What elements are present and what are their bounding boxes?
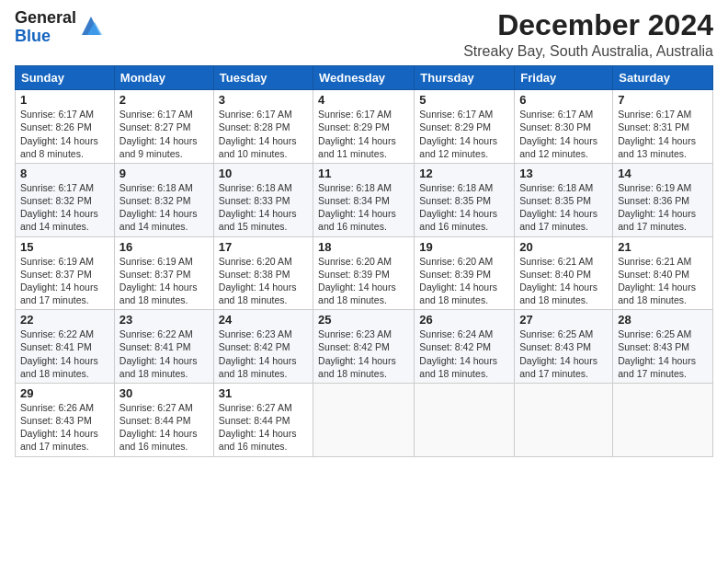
day-number: 12 — [419, 167, 509, 180]
day-info: Sunrise: 6:27 AM Sunset: 8:44 PM Dayligh… — [119, 401, 209, 454]
day-number: 26 — [419, 313, 509, 327]
calendar-header-monday: Monday — [114, 66, 213, 90]
day-number: 10 — [219, 167, 308, 180]
calendar-cell: 29Sunrise: 6:26 AM Sunset: 8:43 PM Dayli… — [16, 383, 115, 456]
calendar-cell — [515, 383, 613, 456]
day-number: 18 — [318, 240, 409, 254]
location-title: Streaky Bay, South Australia, Australia — [463, 43, 713, 60]
day-number: 23 — [119, 313, 209, 327]
calendar-cell: 23Sunrise: 6:22 AM Sunset: 8:41 PM Dayli… — [114, 310, 213, 384]
day-info: Sunrise: 6:19 AM Sunset: 8:37 PM Dayligh… — [119, 255, 209, 307]
logo-general: General — [15, 9, 76, 28]
day-info: Sunrise: 6:22 AM Sunset: 8:41 PM Dayligh… — [119, 327, 209, 380]
calendar-week-row: 1Sunrise: 6:17 AM Sunset: 8:26 PM Daylig… — [16, 90, 713, 164]
day-number: 29 — [20, 386, 109, 400]
logo-icon — [78, 13, 104, 39]
calendar-table: SundayMondayTuesdayWednesdayThursdayFrid… — [15, 65, 713, 456]
day-info: Sunrise: 6:21 AM Sunset: 8:40 PM Dayligh… — [519, 255, 608, 307]
calendar-cell: 14Sunrise: 6:19 AM Sunset: 8:36 PM Dayli… — [613, 163, 713, 236]
calendar-cell: 6Sunrise: 6:17 AM Sunset: 8:30 PM Daylig… — [515, 90, 613, 164]
logo-text: General Blue — [15, 9, 76, 46]
day-info: Sunrise: 6:17 AM Sunset: 8:31 PM Dayligh… — [618, 108, 708, 160]
day-number: 14 — [618, 167, 708, 180]
calendar-cell: 3Sunrise: 6:17 AM Sunset: 8:28 PM Daylig… — [213, 90, 313, 164]
day-number: 24 — [219, 313, 308, 327]
calendar-header-wednesday: Wednesday — [313, 66, 415, 90]
day-number: 30 — [119, 386, 209, 400]
day-number: 15 — [20, 240, 109, 254]
day-number: 11 — [318, 167, 409, 180]
day-number: 7 — [618, 93, 708, 107]
calendar-week-row: 22Sunrise: 6:22 AM Sunset: 8:41 PM Dayli… — [16, 310, 713, 384]
day-number: 3 — [219, 93, 308, 107]
calendar-cell — [613, 383, 713, 456]
calendar-cell: 1Sunrise: 6:17 AM Sunset: 8:26 PM Daylig… — [16, 90, 115, 164]
day-info: Sunrise: 6:27 AM Sunset: 8:44 PM Dayligh… — [219, 401, 308, 454]
day-number: 31 — [219, 386, 308, 400]
calendar-week-row: 15Sunrise: 6:19 AM Sunset: 8:37 PM Dayli… — [16, 236, 713, 310]
calendar-cell: 27Sunrise: 6:25 AM Sunset: 8:43 PM Dayli… — [515, 310, 613, 384]
calendar-cell: 20Sunrise: 6:21 AM Sunset: 8:40 PM Dayli… — [515, 236, 613, 310]
calendar-cell: 15Sunrise: 6:19 AM Sunset: 8:37 PM Dayli… — [16, 236, 115, 310]
calendar-header-saturday: Saturday — [613, 66, 713, 90]
calendar-cell: 2Sunrise: 6:17 AM Sunset: 8:27 PM Daylig… — [114, 90, 213, 164]
calendar-cell: 7Sunrise: 6:17 AM Sunset: 8:31 PM Daylig… — [613, 90, 713, 164]
calendar-cell — [313, 383, 415, 456]
day-number: 20 — [519, 240, 608, 254]
calendar-header-row: SundayMondayTuesdayWednesdayThursdayFrid… — [16, 66, 713, 90]
calendar-cell: 19Sunrise: 6:20 AM Sunset: 8:39 PM Dayli… — [415, 236, 515, 310]
day-info: Sunrise: 6:18 AM Sunset: 8:35 PM Dayligh… — [519, 181, 608, 234]
day-number: 5 — [419, 93, 509, 107]
day-number: 8 — [20, 167, 109, 180]
day-number: 17 — [219, 240, 308, 254]
day-info: Sunrise: 6:20 AM Sunset: 8:39 PM Dayligh… — [419, 255, 509, 307]
calendar-week-row: 29Sunrise: 6:26 AM Sunset: 8:43 PM Dayli… — [16, 383, 713, 456]
day-info: Sunrise: 6:17 AM Sunset: 8:28 PM Dayligh… — [219, 108, 308, 160]
calendar-cell: 4Sunrise: 6:17 AM Sunset: 8:29 PM Daylig… — [313, 90, 415, 164]
day-info: Sunrise: 6:17 AM Sunset: 8:30 PM Dayligh… — [519, 108, 608, 160]
day-info: Sunrise: 6:17 AM Sunset: 8:26 PM Dayligh… — [20, 108, 109, 160]
day-info: Sunrise: 6:20 AM Sunset: 8:38 PM Dayligh… — [219, 255, 308, 307]
day-number: 19 — [419, 240, 509, 254]
day-info: Sunrise: 6:17 AM Sunset: 8:32 PM Dayligh… — [20, 181, 109, 234]
day-number: 21 — [618, 240, 708, 254]
calendar-cell: 24Sunrise: 6:23 AM Sunset: 8:42 PM Dayli… — [213, 310, 313, 384]
day-number: 4 — [318, 93, 409, 107]
day-number: 6 — [519, 93, 608, 107]
day-info: Sunrise: 6:19 AM Sunset: 8:36 PM Dayligh… — [618, 181, 708, 234]
day-number: 2 — [119, 93, 209, 107]
calendar-cell: 5Sunrise: 6:17 AM Sunset: 8:29 PM Daylig… — [415, 90, 515, 164]
day-info: Sunrise: 6:23 AM Sunset: 8:42 PM Dayligh… — [318, 327, 409, 380]
calendar-header-sunday: Sunday — [16, 66, 115, 90]
page: General Blue December 2024 Streaky Bay, … — [0, 0, 728, 563]
calendar-cell: 12Sunrise: 6:18 AM Sunset: 8:35 PM Dayli… — [415, 163, 515, 236]
day-info: Sunrise: 6:18 AM Sunset: 8:34 PM Dayligh… — [318, 181, 409, 234]
day-number: 9 — [119, 167, 209, 180]
day-info: Sunrise: 6:22 AM Sunset: 8:41 PM Dayligh… — [20, 327, 109, 380]
day-number: 16 — [119, 240, 209, 254]
day-info: Sunrise: 6:17 AM Sunset: 8:29 PM Dayligh… — [419, 108, 509, 160]
calendar-cell: 16Sunrise: 6:19 AM Sunset: 8:37 PM Dayli… — [114, 236, 213, 310]
calendar-cell: 8Sunrise: 6:17 AM Sunset: 8:32 PM Daylig… — [16, 163, 115, 236]
calendar-header-friday: Friday — [515, 66, 613, 90]
day-info: Sunrise: 6:19 AM Sunset: 8:37 PM Dayligh… — [20, 255, 109, 307]
calendar-cell — [415, 383, 515, 456]
calendar-cell: 10Sunrise: 6:18 AM Sunset: 8:33 PM Dayli… — [213, 163, 313, 236]
calendar-cell: 22Sunrise: 6:22 AM Sunset: 8:41 PM Dayli… — [16, 310, 115, 384]
calendar-cell: 25Sunrise: 6:23 AM Sunset: 8:42 PM Dayli… — [313, 310, 415, 384]
day-info: Sunrise: 6:17 AM Sunset: 8:27 PM Dayligh… — [119, 108, 209, 160]
calendar-cell: 11Sunrise: 6:18 AM Sunset: 8:34 PM Dayli… — [313, 163, 415, 236]
day-number: 28 — [618, 313, 708, 327]
calendar-cell: 30Sunrise: 6:27 AM Sunset: 8:44 PM Dayli… — [114, 383, 213, 456]
day-number: 25 — [318, 313, 409, 327]
calendar-cell: 31Sunrise: 6:27 AM Sunset: 8:44 PM Dayli… — [213, 383, 313, 456]
day-info: Sunrise: 6:17 AM Sunset: 8:29 PM Dayligh… — [318, 108, 409, 160]
day-info: Sunrise: 6:18 AM Sunset: 8:35 PM Dayligh… — [419, 181, 509, 234]
day-info: Sunrise: 6:18 AM Sunset: 8:33 PM Dayligh… — [219, 181, 308, 234]
month-title: December 2024 — [463, 9, 713, 41]
calendar-cell: 17Sunrise: 6:20 AM Sunset: 8:38 PM Dayli… — [213, 236, 313, 310]
day-info: Sunrise: 6:23 AM Sunset: 8:42 PM Dayligh… — [219, 327, 308, 380]
calendar-week-row: 8Sunrise: 6:17 AM Sunset: 8:32 PM Daylig… — [16, 163, 713, 236]
day-number: 27 — [519, 313, 608, 327]
day-number: 1 — [20, 93, 109, 107]
